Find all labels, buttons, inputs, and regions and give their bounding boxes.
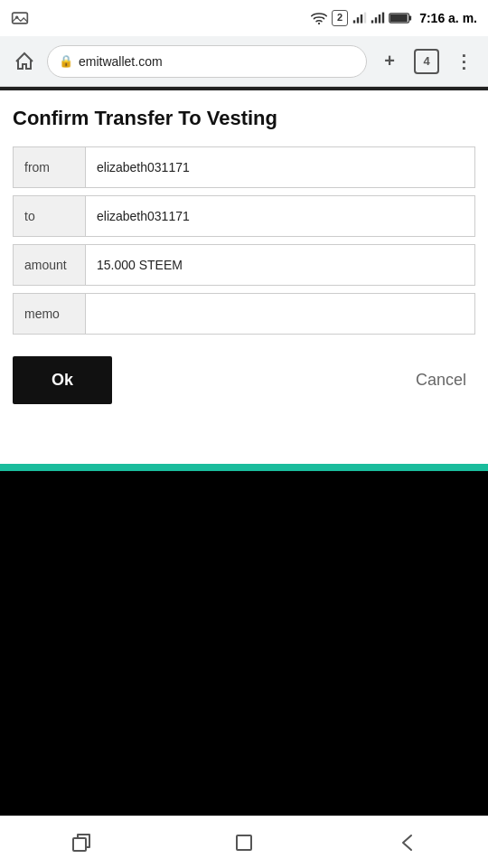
home-button[interactable] [9, 46, 40, 77]
lock-icon: 🔒 [59, 54, 73, 68]
to-row: to elizabeth031171 [13, 195, 475, 237]
svg-rect-12 [409, 15, 412, 20]
battery-icon [389, 12, 412, 24]
signal2-icon [371, 12, 385, 24]
ok-button[interactable]: Ok [13, 356, 112, 404]
tabs-icon [232, 831, 256, 854]
menu-button[interactable]: ⋮ [448, 46, 479, 77]
svg-rect-13 [390, 14, 408, 23]
recent-apps-icon [70, 831, 93, 854]
black-area [0, 471, 488, 816]
svg-rect-8 [375, 17, 377, 23]
recent-apps-button[interactable] [54, 816, 108, 869]
status-left-icons [11, 11, 29, 25]
image-icon [11, 11, 29, 25]
svg-rect-7 [371, 20, 373, 23]
back-button[interactable] [380, 816, 434, 869]
from-row: from elizabeth031171 [13, 146, 475, 188]
svg-point-2 [318, 23, 320, 24]
svg-rect-3 [353, 20, 355, 23]
main-content: Confirm Transfer To Vesting from elizabe… [0, 90, 488, 464]
svg-rect-10 [382, 13, 384, 24]
memo-label: memo [14, 294, 86, 334]
sim-badge: 2 [332, 10, 348, 26]
back-arrow-icon [395, 831, 418, 854]
from-value: elizabeth031171 [86, 147, 474, 187]
memo-value [86, 294, 474, 334]
amount-value: 15.000 STEEM [86, 245, 474, 285]
cancel-button[interactable]: Cancel [407, 356, 475, 404]
new-tab-button[interactable]: + [374, 46, 405, 77]
address-bar[interactable]: 🔒 emitwallet.com [47, 45, 367, 78]
tab-count-button[interactable]: 4 [414, 49, 439, 74]
svg-rect-5 [361, 14, 362, 24]
browser-actions: + 4 ⋮ [374, 46, 479, 77]
svg-rect-0 [13, 13, 28, 24]
url-text: emitwallet.com [79, 54, 163, 69]
svg-rect-4 [357, 17, 359, 23]
svg-rect-15 [237, 835, 251, 850]
to-label: to [14, 196, 86, 236]
svg-rect-6 [364, 13, 366, 24]
page-title: Confirm Transfer To Vesting [13, 107, 475, 130]
bottom-nav [0, 816, 488, 868]
button-row: Ok Cancel [13, 356, 475, 404]
status-bar: 2 7:16 a. m. [0, 0, 488, 36]
amount-label: amount [14, 245, 86, 285]
svg-rect-14 [73, 838, 86, 851]
from-label: from [14, 147, 86, 187]
amount-row: amount 15.000 STEEM [13, 244, 475, 286]
to-value: elizabeth031171 [86, 196, 474, 236]
teal-divider [0, 464, 488, 471]
wifi-icon [311, 12, 327, 24]
signal-icon [352, 12, 367, 24]
svg-rect-9 [379, 14, 380, 24]
status-time: 7:16 a. m. [419, 11, 477, 25]
memo-row: memo [13, 293, 475, 335]
tabs-button[interactable] [217, 816, 271, 869]
status-icons: 2 7:16 a. m. [311, 10, 477, 26]
browser-bar: 🔒 emitwallet.com + 4 ⋮ [0, 36, 488, 87]
